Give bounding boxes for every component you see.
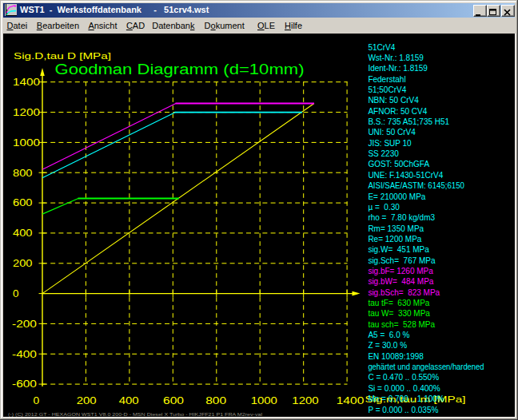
svg-text:-600: -600	[12, 378, 37, 390]
svg-text:Sig.D,tau D [MPa]: Sig.D,tau D [MPa]	[14, 51, 111, 61]
svg-text:1400: 1400	[337, 395, 365, 406]
svg-text:51;50CrV4: 51;50CrV4	[368, 85, 406, 94]
svg-text:1000: 1000	[251, 395, 278, 406]
svg-text:1200: 1200	[13, 107, 40, 118]
svg-text:tau tF= 630 MPa: tau tF= 630 MPa	[368, 299, 429, 307]
svg-text:SS 2230: SS 2230	[368, 149, 399, 158]
svg-text:NBN: 50 CrV4: NBN: 50 CrV4	[368, 96, 419, 105]
svg-text:Z = 30.0 %: Z = 30.0 %	[368, 341, 407, 350]
svg-text:1000: 1000	[13, 137, 40, 149]
svg-text:UNI: 50 CrV4: UNI: 50 CrV4	[368, 128, 416, 137]
svg-text:GOST: 50ChGFA: GOST: 50ChGFA	[368, 160, 429, 168]
svg-text:Rm= 1350 MPa: Rm= 1350 MPa	[368, 224, 424, 233]
svg-text:0: 0	[13, 288, 19, 299]
svg-text:gehärtet und angelassen/harden: gehärtet und angelassen/hardened	[368, 363, 484, 371]
svg-text:A5 = 6.0 %: A5 = 6.0 %	[368, 331, 409, 339]
svg-text:200: 200	[77, 395, 97, 406]
svg-text:200: 200	[13, 258, 33, 269]
svg-text:400: 400	[119, 395, 139, 406]
svg-text:sig.W= 451 MPa: sig.W= 451 MPa	[368, 245, 429, 254]
svg-text:P = 0.000 .. 0.035%: P = 0.000 .. 0.035%	[368, 406, 438, 414]
svg-text:800: 800	[205, 395, 226, 406]
svg-text:µ = 0.30: µ = 0.30	[368, 203, 400, 212]
svg-text:800: 800	[13, 168, 33, 179]
svg-text:E= 210000 MPa: E= 210000 MPa	[368, 192, 425, 201]
svg-text:B.S.: 735 A51;735 H51: B.S.: 735 A51;735 H51	[368, 117, 449, 126]
svg-text:JIS: SUP 10: JIS: SUP 10	[368, 139, 412, 148]
svg-text:rho = 7.80 kg/dm3: rho = 7.80 kg/dm3	[368, 213, 435, 222]
svg-text:tau W= 330 MPa: tau W= 330 MPa	[368, 309, 430, 318]
svg-text:UNE: F.1430-51CrV4: UNE: F.1430-51CrV4	[368, 171, 443, 180]
svg-text:C = 0.470 .. 0.550%: C = 0.470 .. 0.550%	[368, 373, 439, 382]
svg-text:Goodman Diagramm (d=10mm): Goodman Diagramm (d=10mm)	[55, 61, 305, 77]
svg-text:51CrV4: 51CrV4	[368, 43, 395, 52]
svg-text:0: 0	[34, 395, 40, 406]
svg-text:-400: -400	[12, 349, 37, 360]
svg-text:AFNOR: 50 CV4: AFNOR: 50 CV4	[368, 107, 427, 116]
svg-text:Si = 0.000 .. 0.400%: Si = 0.000 .. 0.400%	[368, 384, 440, 393]
svg-text:600: 600	[13, 197, 33, 208]
svg-text:sig.Sch= 767 MPa: sig.Sch= 767 MPa	[368, 256, 436, 265]
svg-text:sig.bW= 484 MPa: sig.bW= 484 MPa	[368, 277, 433, 286]
svg-text:Mn = 0.700 .. 1.100%: Mn = 0.700 .. 1.100%	[368, 394, 444, 403]
svg-text:Ident-Nr.: 1.8159: Ident-Nr.: 1.8159	[368, 64, 428, 73]
svg-text:(-) (C) 2012 GT - HEXAGON WST1: (-) (C) 2012 GT - HEXAGON WST1 V8.0 200-…	[8, 412, 262, 417]
svg-text:Re= 1200 MPa: Re= 1200 MPa	[368, 235, 421, 244]
svg-text:sig.bF= 1260 MPa: sig.bF= 1260 MPa	[368, 267, 433, 275]
svg-text:Federstahl: Federstahl	[368, 75, 405, 84]
svg-text:tau sch= 528 MPa: tau sch= 528 MPa	[368, 320, 435, 329]
svg-text:EN 10089:1998: EN 10089:1998	[368, 352, 424, 361]
svg-text:1200: 1200	[292, 395, 319, 406]
svg-text:600: 600	[163, 395, 184, 406]
svg-text:1400: 1400	[13, 77, 40, 88]
svg-text:AISI/SAE/ASTM: 6145;6150: AISI/SAE/ASTM: 6145;6150	[368, 181, 464, 190]
svg-text:400: 400	[13, 228, 33, 239]
svg-text:-200: -200	[12, 319, 37, 330]
svg-text:sig.bSch= 823 MPa: sig.bSch= 823 MPa	[368, 288, 440, 297]
svg-text:Wst-Nr.: 1.8159: Wst-Nr.: 1.8159	[368, 53, 424, 62]
